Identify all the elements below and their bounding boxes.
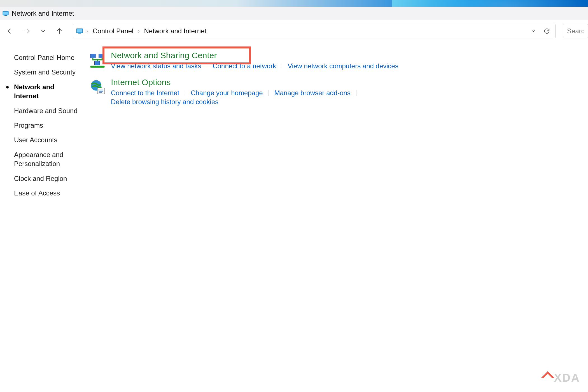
window-top-accent (0, 0, 588, 7)
back-button[interactable] (3, 24, 18, 38)
svg-rect-9 (90, 54, 95, 58)
sidebar-item-hardware-sound[interactable]: Hardware and Sound (14, 104, 78, 118)
svg-rect-1 (3, 12, 8, 15)
link-manage-addons[interactable]: Manage browser add-ons (274, 89, 351, 97)
svg-rect-7 (77, 29, 82, 32)
search-input[interactable] (567, 27, 584, 35)
breadcrumb-separator: › (85, 28, 89, 34)
network-sharing-icon (90, 53, 105, 68)
category-network-sharing: Network and Sharing Center View network … (90, 50, 588, 70)
sidebar-item-programs[interactable]: Programs (14, 118, 78, 133)
forward-button[interactable] (20, 24, 34, 38)
up-button[interactable] (52, 24, 67, 38)
control-panel-path-icon (76, 27, 83, 35)
sidebar: Control Panel Home System and Security N… (0, 50, 84, 200)
link-separator (356, 90, 356, 96)
sidebar-item-home[interactable]: Control Panel Home (14, 50, 78, 65)
svg-rect-2 (4, 15, 7, 16)
sidebar-item-clock-region[interactable]: Clock and Region (14, 171, 78, 186)
window-title: Network and Internet (12, 10, 74, 17)
category-internet-options: Internet Options Connect to the Internet… (90, 77, 588, 106)
link-connect-network[interactable]: Connect to a network (213, 62, 276, 70)
sidebar-item-system-security[interactable]: System and Security (14, 65, 78, 80)
sublinks-network-sharing: View network status and tasks Connect to… (111, 62, 405, 70)
navigation-row: › Control Panel › Network and Internet (0, 20, 588, 42)
annotation-highlight (102, 46, 251, 64)
sidebar-item-appearance[interactable]: Appearance and Personalization (14, 148, 78, 171)
category-title-internet-options[interactable]: Internet Options (111, 77, 171, 87)
breadcrumb-root[interactable]: Control Panel (92, 27, 134, 35)
link-view-network-computers[interactable]: View network computers and devices (288, 62, 398, 70)
breadcrumb-current[interactable]: Network and Internet (143, 27, 207, 35)
sidebar-item-network-internet[interactable]: Network and Internet (14, 80, 78, 104)
sidebar-item-user-accounts[interactable]: User Accounts (14, 133, 78, 147)
content-area: Network and Sharing Center View network … (84, 50, 588, 200)
control-panel-icon (2, 10, 9, 17)
watermark: XDA (543, 372, 580, 384)
svg-rect-8 (78, 33, 81, 34)
xda-logo-icon (541, 371, 554, 384)
link-change-homepage[interactable]: Change your homepage (191, 89, 263, 97)
svg-rect-11 (95, 61, 100, 65)
sidebar-item-ease-of-access[interactable]: Ease of Access (14, 186, 78, 200)
search-box[interactable] (563, 24, 588, 38)
breadcrumb-separator: › (137, 28, 141, 34)
link-view-network-status[interactable]: View network status and tasks (111, 62, 201, 70)
recent-locations-button[interactable] (36, 24, 50, 38)
address-history-dropdown[interactable] (528, 25, 539, 37)
address-bar[interactable]: › Control Panel › Network and Internet (73, 24, 556, 38)
svg-rect-10 (99, 54, 104, 58)
link-delete-history[interactable]: Delete browsing history and cookies (111, 98, 218, 106)
internet-options-icon (90, 80, 105, 95)
category-title-network-sharing[interactable]: Network and Sharing Center (111, 50, 217, 60)
link-separator (185, 90, 185, 96)
link-connect-internet[interactable]: Connect to the Internet (111, 89, 179, 97)
link-separator (282, 63, 282, 69)
link-separator (207, 63, 207, 69)
refresh-button[interactable] (541, 25, 552, 37)
watermark-text: XDA (554, 372, 580, 384)
sublinks-internet-options: Connect to the Internet Change your home… (111, 89, 405, 106)
svg-rect-12 (90, 66, 104, 68)
titlebar: Network and Internet (0, 7, 588, 20)
link-separator (269, 90, 269, 96)
